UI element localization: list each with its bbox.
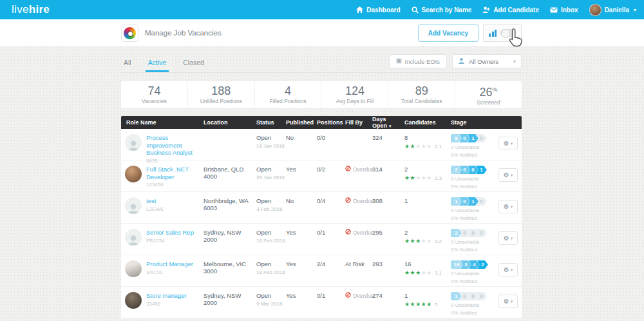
column-header-candidates[interactable]: Candidates bbox=[404, 119, 451, 126]
cell-fill-by: Overdue bbox=[345, 287, 372, 318]
chart-view-toggle-button[interactable] bbox=[483, 24, 522, 42]
fill-by-wrap: Overdue bbox=[345, 166, 372, 173]
page-header: Manage Job Vacancies Add Vacancy bbox=[0, 19, 644, 47]
status-date: 9 Mar 2016 bbox=[256, 301, 286, 307]
top-navigation-bar: livehire Dashboard Search by Name Add Ca… bbox=[0, 0, 644, 19]
cell-days-open: 293 bbox=[372, 255, 404, 286]
cell-location: Melbourne, VIC 3000 bbox=[204, 255, 256, 286]
chevron-down-icon: ▾ bbox=[511, 204, 513, 209]
candidates-count: 2 bbox=[404, 229, 451, 236]
role-reference: LZEWE bbox=[146, 206, 164, 212]
role-name-link[interactable]: Process Improvement Business Analyst bbox=[146, 134, 204, 157]
stat-value: 4 bbox=[285, 85, 291, 97]
column-header-positions[interactable]: Positions bbox=[317, 119, 345, 126]
star-rating: ★★★★★3.2 bbox=[404, 238, 451, 244]
role-reference: SXCVL bbox=[146, 269, 193, 275]
stage-unsuitable: 0 Unsuitable bbox=[451, 239, 498, 245]
role-reference: 123456 bbox=[146, 182, 204, 188]
cell-fill-by: Overdue bbox=[345, 224, 372, 255]
role-info: Senior Sales RepPB1234 bbox=[146, 229, 194, 255]
rating-value: 2.1 bbox=[435, 144, 442, 150]
stage-chevrons: 8010 bbox=[451, 134, 498, 142]
star-icon: ★ bbox=[410, 175, 415, 181]
owners-dropdown[interactable]: All Owners ▾ bbox=[452, 54, 522, 68]
toggle-switch[interactable] bbox=[500, 29, 516, 37]
nav-search-by-name[interactable]: Search by Name bbox=[412, 6, 472, 14]
cell-stage: 10100 Unsuitable0% Notified bbox=[451, 192, 498, 223]
stage-chevron[interactable]: 16 bbox=[451, 260, 463, 269]
stat-label: Vacancies bbox=[142, 98, 167, 104]
user-menu[interactable]: Daniella ▾ bbox=[589, 4, 636, 16]
column-header-status[interactable]: Status bbox=[256, 119, 286, 126]
status-value: Open bbox=[256, 197, 271, 204]
cell-positions: 0/0 bbox=[317, 129, 345, 160]
logo-text-hire: hire bbox=[29, 3, 50, 15]
status-date: 3 Feb 2016 bbox=[256, 206, 286, 212]
cell-stage: 20010 Unsuitable0% Notified bbox=[451, 160, 498, 191]
app-logo bbox=[121, 24, 138, 42]
stage-unsuitable: 0 Unsuitable bbox=[451, 302, 498, 308]
include-eois-button[interactable]: Include EOIs bbox=[389, 54, 447, 68]
avatar-placeholder-person-icon bbox=[125, 197, 142, 214]
row-actions-button[interactable]: ⚙▾ bbox=[498, 231, 518, 245]
role-name-link[interactable]: test bbox=[146, 197, 164, 205]
row-actions-button[interactable]: ⚙▾ bbox=[498, 137, 518, 150]
nav-add-candidate[interactable]: Add Candidate bbox=[482, 6, 539, 14]
cell-role-name: testLZEWE bbox=[121, 192, 204, 223]
role-name-link[interactable]: Senior Sales Rep bbox=[146, 229, 194, 237]
logo-text-live: live bbox=[12, 3, 29, 15]
user-avatar bbox=[589, 4, 601, 16]
overdue-icon bbox=[345, 166, 351, 173]
star-icon: ★ bbox=[426, 238, 431, 244]
star-icon: ★ bbox=[415, 302, 421, 307]
avatar-photo bbox=[125, 292, 142, 309]
column-header-fill-by[interactable]: Fill By bbox=[345, 119, 372, 126]
row-actions-button[interactable]: ⚙▾ bbox=[498, 263, 518, 277]
row-actions-button[interactable]: ⚙▾ bbox=[498, 168, 518, 182]
livehire-logo[interactable]: livehire bbox=[12, 3, 50, 16]
filter-bar: Include EOIs All Owners ▾ bbox=[121, 54, 522, 70]
cell-candidates: 16★★★★★3.1 bbox=[404, 255, 451, 286]
role-name-link[interactable]: Product Manager bbox=[146, 260, 193, 268]
chevron-down-icon: ▾ bbox=[511, 268, 513, 273]
column-header-stage[interactable]: Stage bbox=[451, 119, 498, 126]
stat-avg-days-to-fill: 124Avg Days to Fill bbox=[321, 81, 388, 108]
star-icon: ★ bbox=[426, 270, 431, 276]
row-actions-button[interactable]: ⚙▾ bbox=[498, 295, 518, 308]
star-icon: ★ bbox=[421, 270, 426, 276]
column-header-published[interactable]: Published bbox=[286, 119, 317, 126]
stat-screened: 26%Screened bbox=[455, 81, 522, 108]
cell-published: Yes bbox=[286, 160, 317, 191]
fill-by-wrap: Overdue bbox=[345, 292, 372, 299]
stat-value: 188 bbox=[211, 85, 231, 97]
cell-days-open: 314 bbox=[372, 160, 404, 191]
stage-notified: 0% Notified bbox=[451, 278, 498, 284]
stat-label: Unfilled Positions bbox=[200, 98, 242, 104]
gear-icon: ⚙ bbox=[504, 235, 509, 242]
column-header-location[interactable]: Location bbox=[204, 119, 256, 126]
stage-notified: 0% Notified bbox=[451, 247, 498, 253]
cell-actions: ⚙▾ bbox=[498, 224, 522, 255]
column-header-days-open[interactable]: Days Open▾ bbox=[372, 116, 404, 129]
nav-inbox[interactable]: Inbox bbox=[550, 6, 578, 14]
cell-fill-by: Overdue bbox=[345, 160, 372, 191]
stage-chevrons: 2001 bbox=[451, 166, 498, 174]
role-name-link[interactable]: Full Stack .NET Developer bbox=[146, 166, 204, 180]
status-value: Open bbox=[256, 229, 271, 236]
cell-published: Yes bbox=[286, 255, 317, 286]
fill-by-label: At Risk bbox=[345, 260, 365, 268]
cell-published: No bbox=[286, 192, 317, 223]
cell-published: No bbox=[286, 129, 317, 160]
column-header-role-name[interactable]: Role Name bbox=[121, 119, 204, 126]
cell-fill-by: At Risk bbox=[345, 255, 372, 286]
checkbox-icon bbox=[396, 58, 402, 65]
cell-role-name: Product ManagerSXCVL bbox=[121, 255, 204, 286]
gear-icon: ⚙ bbox=[504, 267, 509, 273]
add-vacancy-button[interactable]: Add Vacancy bbox=[418, 24, 478, 42]
cell-actions: ⚙▾ bbox=[498, 192, 522, 223]
row-actions-button[interactable]: ⚙▾ bbox=[498, 200, 518, 213]
cell-candidates: 2★★★★★2.3 bbox=[404, 160, 451, 191]
star-icon: ★ bbox=[421, 144, 426, 150]
nav-dashboard[interactable]: Dashboard bbox=[356, 6, 400, 14]
role-name-link[interactable]: Store manager bbox=[146, 292, 187, 300]
